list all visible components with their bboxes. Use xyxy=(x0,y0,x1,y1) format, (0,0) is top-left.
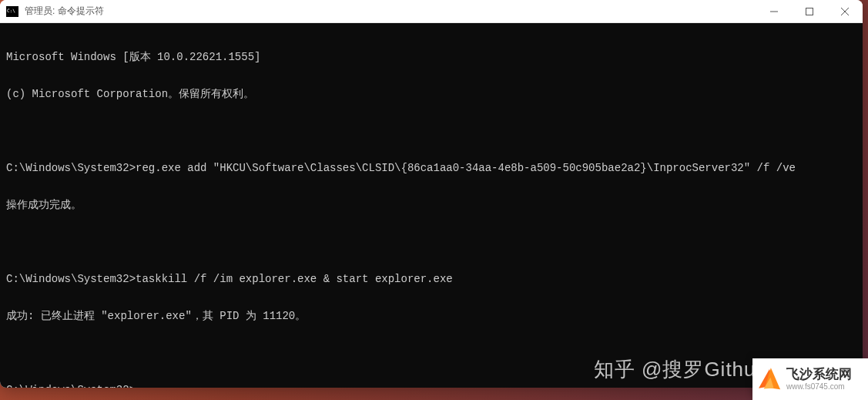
site-url: www.fs0745.com xyxy=(786,382,852,391)
site-logo-icon xyxy=(756,365,783,393)
window-controls xyxy=(756,0,863,22)
svg-rect-1 xyxy=(806,8,813,15)
terminal-line xyxy=(6,236,856,248)
window-title: 管理员: 命令提示符 xyxy=(25,5,756,18)
terminal-line: C:\Windows\System32> xyxy=(6,384,856,388)
terminal-line: (c) Microsoft Corporation。保留所有权利。 xyxy=(6,88,856,100)
site-name: 飞沙系统网 xyxy=(786,368,852,382)
command-prompt-window: 管理员: 命令提示符 Microsoft Windows [版本 10.0.22… xyxy=(0,0,863,388)
titlebar[interactable]: 管理员: 命令提示符 xyxy=(0,0,863,23)
close-button[interactable] xyxy=(827,0,863,23)
maximize-button[interactable] xyxy=(792,0,827,23)
terminal-line: Microsoft Windows [版本 10.0.22621.1555] xyxy=(6,51,856,63)
terminal-line xyxy=(6,125,856,137)
site-watermark: 飞沙系统网 www.fs0745.com xyxy=(752,358,868,400)
terminal-line: C:\Windows\System32>reg.exe add "HKCU\So… xyxy=(6,162,856,174)
terminal-output[interactable]: Microsoft Windows [版本 10.0.22621.1555] (… xyxy=(0,23,863,388)
cmd-icon xyxy=(6,6,18,17)
terminal-line: C:\Windows\System32>taskkill /f /im expl… xyxy=(6,273,856,285)
terminal-line: 成功: 已终止进程 "explorer.exe"，其 PID 为 11120。 xyxy=(6,310,856,322)
zhihu-watermark: 知乎 @搜罗Github xyxy=(594,356,768,383)
terminal-line: 操作成功完成。 xyxy=(6,199,856,211)
site-text: 飞沙系统网 www.fs0745.com xyxy=(786,368,852,391)
minimize-button[interactable] xyxy=(756,0,792,23)
